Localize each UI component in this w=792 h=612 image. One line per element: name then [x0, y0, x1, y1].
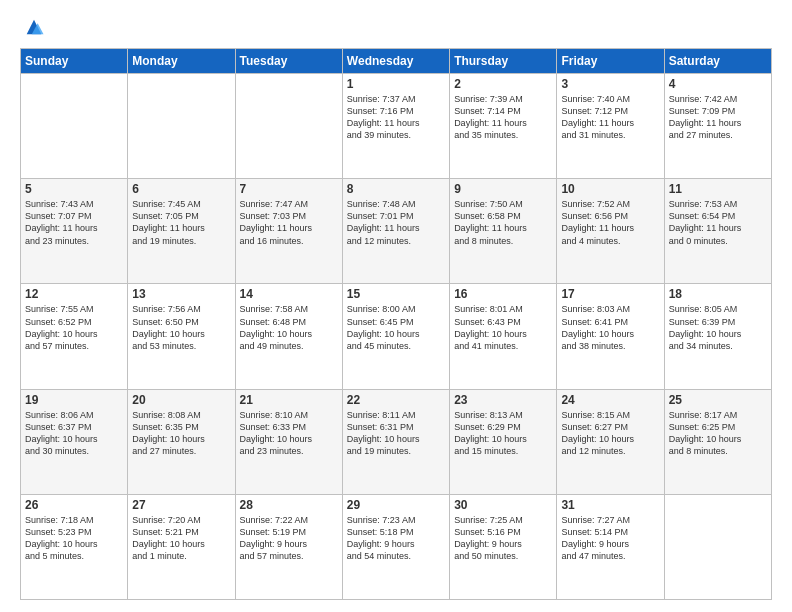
day-number: 14: [240, 287, 338, 301]
day-info: Sunrise: 8:00 AM Sunset: 6:45 PM Dayligh…: [347, 303, 445, 352]
calendar-cell: 30Sunrise: 7:25 AM Sunset: 5:16 PM Dayli…: [450, 494, 557, 599]
day-number: 23: [454, 393, 552, 407]
day-info: Sunrise: 7:45 AM Sunset: 7:05 PM Dayligh…: [132, 198, 230, 247]
calendar-table: SundayMondayTuesdayWednesdayThursdayFrid…: [20, 48, 772, 600]
day-info: Sunrise: 8:05 AM Sunset: 6:39 PM Dayligh…: [669, 303, 767, 352]
day-number: 13: [132, 287, 230, 301]
calendar-cell: 12Sunrise: 7:55 AM Sunset: 6:52 PM Dayli…: [21, 284, 128, 389]
calendar-cell: 29Sunrise: 7:23 AM Sunset: 5:18 PM Dayli…: [342, 494, 449, 599]
calendar-cell: 24Sunrise: 8:15 AM Sunset: 6:27 PM Dayli…: [557, 389, 664, 494]
logo: [20, 16, 45, 38]
calendar-week-row: 19Sunrise: 8:06 AM Sunset: 6:37 PM Dayli…: [21, 389, 772, 494]
calendar-cell: 27Sunrise: 7:20 AM Sunset: 5:21 PM Dayli…: [128, 494, 235, 599]
calendar-week-row: 12Sunrise: 7:55 AM Sunset: 6:52 PM Dayli…: [21, 284, 772, 389]
day-number: 18: [669, 287, 767, 301]
calendar-cell: [21, 74, 128, 179]
day-number: 28: [240, 498, 338, 512]
day-number: 31: [561, 498, 659, 512]
day-info: Sunrise: 7:47 AM Sunset: 7:03 PM Dayligh…: [240, 198, 338, 247]
day-number: 17: [561, 287, 659, 301]
day-info: Sunrise: 7:50 AM Sunset: 6:58 PM Dayligh…: [454, 198, 552, 247]
day-number: 9: [454, 182, 552, 196]
day-number: 27: [132, 498, 230, 512]
day-info: Sunrise: 8:06 AM Sunset: 6:37 PM Dayligh…: [25, 409, 123, 458]
calendar-cell: 5Sunrise: 7:43 AM Sunset: 7:07 PM Daylig…: [21, 179, 128, 284]
calendar-cell: 15Sunrise: 8:00 AM Sunset: 6:45 PM Dayli…: [342, 284, 449, 389]
day-info: Sunrise: 7:55 AM Sunset: 6:52 PM Dayligh…: [25, 303, 123, 352]
day-number: 8: [347, 182, 445, 196]
calendar-cell: 31Sunrise: 7:27 AM Sunset: 5:14 PM Dayli…: [557, 494, 664, 599]
day-info: Sunrise: 7:18 AM Sunset: 5:23 PM Dayligh…: [25, 514, 123, 563]
calendar-col-header: Saturday: [664, 49, 771, 74]
calendar-cell: 6Sunrise: 7:45 AM Sunset: 7:05 PM Daylig…: [128, 179, 235, 284]
day-info: Sunrise: 7:22 AM Sunset: 5:19 PM Dayligh…: [240, 514, 338, 563]
calendar-cell: [235, 74, 342, 179]
calendar-cell: 16Sunrise: 8:01 AM Sunset: 6:43 PM Dayli…: [450, 284, 557, 389]
day-number: 20: [132, 393, 230, 407]
calendar-cell: 23Sunrise: 8:13 AM Sunset: 6:29 PM Dayli…: [450, 389, 557, 494]
calendar-week-row: 26Sunrise: 7:18 AM Sunset: 5:23 PM Dayli…: [21, 494, 772, 599]
day-number: 19: [25, 393, 123, 407]
day-info: Sunrise: 7:27 AM Sunset: 5:14 PM Dayligh…: [561, 514, 659, 563]
day-info: Sunrise: 8:08 AM Sunset: 6:35 PM Dayligh…: [132, 409, 230, 458]
day-number: 5: [25, 182, 123, 196]
day-info: Sunrise: 7:56 AM Sunset: 6:50 PM Dayligh…: [132, 303, 230, 352]
day-number: 11: [669, 182, 767, 196]
day-info: Sunrise: 7:58 AM Sunset: 6:48 PM Dayligh…: [240, 303, 338, 352]
day-info: Sunrise: 7:53 AM Sunset: 6:54 PM Dayligh…: [669, 198, 767, 247]
day-number: 29: [347, 498, 445, 512]
day-info: Sunrise: 8:15 AM Sunset: 6:27 PM Dayligh…: [561, 409, 659, 458]
day-number: 10: [561, 182, 659, 196]
calendar-col-header: Thursday: [450, 49, 557, 74]
day-info: Sunrise: 8:17 AM Sunset: 6:25 PM Dayligh…: [669, 409, 767, 458]
day-number: 26: [25, 498, 123, 512]
calendar-cell: 1Sunrise: 7:37 AM Sunset: 7:16 PM Daylig…: [342, 74, 449, 179]
calendar-col-header: Tuesday: [235, 49, 342, 74]
day-info: Sunrise: 7:37 AM Sunset: 7:16 PM Dayligh…: [347, 93, 445, 142]
day-info: Sunrise: 8:11 AM Sunset: 6:31 PM Dayligh…: [347, 409, 445, 458]
day-info: Sunrise: 8:01 AM Sunset: 6:43 PM Dayligh…: [454, 303, 552, 352]
day-info: Sunrise: 7:25 AM Sunset: 5:16 PM Dayligh…: [454, 514, 552, 563]
day-number: 12: [25, 287, 123, 301]
day-number: 21: [240, 393, 338, 407]
calendar-cell: [128, 74, 235, 179]
calendar-col-header: Monday: [128, 49, 235, 74]
day-number: 2: [454, 77, 552, 91]
calendar-col-header: Friday: [557, 49, 664, 74]
day-info: Sunrise: 8:13 AM Sunset: 6:29 PM Dayligh…: [454, 409, 552, 458]
day-number: 4: [669, 77, 767, 91]
day-info: Sunrise: 7:48 AM Sunset: 7:01 PM Dayligh…: [347, 198, 445, 247]
calendar-cell: 10Sunrise: 7:52 AM Sunset: 6:56 PM Dayli…: [557, 179, 664, 284]
day-number: 3: [561, 77, 659, 91]
calendar-cell: 8Sunrise: 7:48 AM Sunset: 7:01 PM Daylig…: [342, 179, 449, 284]
calendar-week-row: 1Sunrise: 7:37 AM Sunset: 7:16 PM Daylig…: [21, 74, 772, 179]
day-info: Sunrise: 8:03 AM Sunset: 6:41 PM Dayligh…: [561, 303, 659, 352]
calendar-cell: 22Sunrise: 8:11 AM Sunset: 6:31 PM Dayli…: [342, 389, 449, 494]
calendar-cell: 14Sunrise: 7:58 AM Sunset: 6:48 PM Dayli…: [235, 284, 342, 389]
day-info: Sunrise: 7:40 AM Sunset: 7:12 PM Dayligh…: [561, 93, 659, 142]
calendar-week-row: 5Sunrise: 7:43 AM Sunset: 7:07 PM Daylig…: [21, 179, 772, 284]
day-number: 15: [347, 287, 445, 301]
day-number: 16: [454, 287, 552, 301]
calendar-cell: 26Sunrise: 7:18 AM Sunset: 5:23 PM Dayli…: [21, 494, 128, 599]
day-info: Sunrise: 7:39 AM Sunset: 7:14 PM Dayligh…: [454, 93, 552, 142]
day-number: 22: [347, 393, 445, 407]
calendar-col-header: Sunday: [21, 49, 128, 74]
calendar-cell: 4Sunrise: 7:42 AM Sunset: 7:09 PM Daylig…: [664, 74, 771, 179]
day-info: Sunrise: 7:23 AM Sunset: 5:18 PM Dayligh…: [347, 514, 445, 563]
calendar-col-header: Wednesday: [342, 49, 449, 74]
day-info: Sunrise: 7:43 AM Sunset: 7:07 PM Dayligh…: [25, 198, 123, 247]
calendar-cell: 20Sunrise: 8:08 AM Sunset: 6:35 PM Dayli…: [128, 389, 235, 494]
calendar-cell: 13Sunrise: 7:56 AM Sunset: 6:50 PM Dayli…: [128, 284, 235, 389]
logo-icon: [23, 16, 45, 38]
calendar-header-row: SundayMondayTuesdayWednesdayThursdayFrid…: [21, 49, 772, 74]
day-number: 1: [347, 77, 445, 91]
day-info: Sunrise: 7:20 AM Sunset: 5:21 PM Dayligh…: [132, 514, 230, 563]
day-number: 30: [454, 498, 552, 512]
day-number: 7: [240, 182, 338, 196]
calendar-cell: 21Sunrise: 8:10 AM Sunset: 6:33 PM Dayli…: [235, 389, 342, 494]
page-header: [20, 16, 772, 38]
calendar-cell: 11Sunrise: 7:53 AM Sunset: 6:54 PM Dayli…: [664, 179, 771, 284]
calendar-cell: 25Sunrise: 8:17 AM Sunset: 6:25 PM Dayli…: [664, 389, 771, 494]
day-info: Sunrise: 8:10 AM Sunset: 6:33 PM Dayligh…: [240, 409, 338, 458]
